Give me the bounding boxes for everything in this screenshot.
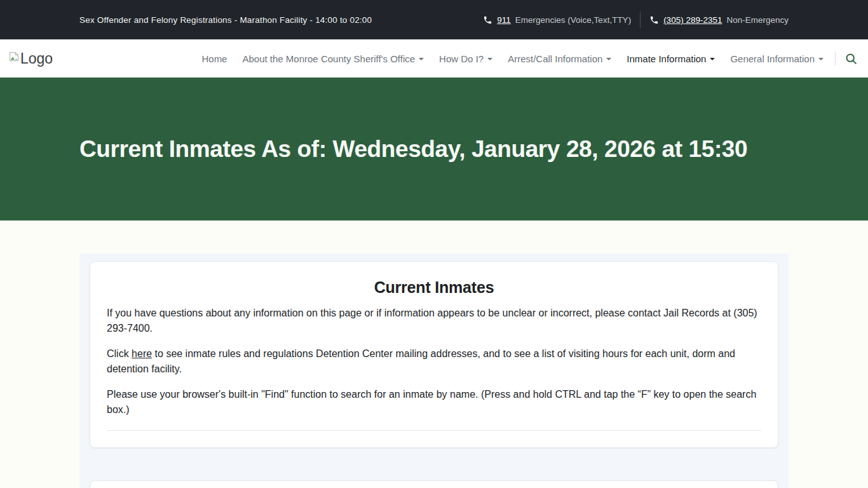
non-emergency-phone-group: (305) 289-2351 Non-Emergency [649,15,789,25]
nav-item-home[interactable]: Home [196,48,233,69]
nav-item-label: Arrest/Call Information [508,53,602,64]
nav-item-how-do-i[interactable]: How Do I? [433,48,498,69]
card-divider [107,430,761,431]
page-title: Current Inmates As of: Wednesday, Januar… [79,136,789,163]
broken-image-icon [8,51,20,63]
nav-item-label: General Information [730,53,815,64]
chevron-down-icon [818,58,824,60]
hero-banner: Current Inmates As of: Wednesday, Januar… [0,78,868,220]
current-inmates-card: Current Inmates If you have questions ab… [90,261,778,448]
rules-text-suffix: to see inmate rules and regulations Dete… [107,348,735,374]
here-link[interactable]: here [132,348,152,359]
site-logo[interactable]: Logo [8,50,53,67]
phone-icon [483,15,492,25]
announcement-bar: Sex Offender and Felony Registrations - … [0,0,868,39]
nav-item-label: Inmate Information [627,53,706,64]
nav-item-label: Home [201,53,227,64]
nav-item-arrest-call-information[interactable]: Arrest/Call Information [502,48,617,69]
main-navbar: Logo Home About the Monroe County Sherif… [0,39,868,78]
emergency-label: Emergencies (Voice,Text,TTY) [515,15,631,25]
phone-icon [649,15,659,25]
jail-records-text: If you have questions about any informat… [107,308,757,334]
find-function-text: Please use your browser's built-in "Find… [107,389,756,415]
non-emergency-number-link[interactable]: (305) 289-2351 [663,15,722,25]
content-section: Current Inmates If you have questions ab… [79,254,789,488]
chevron-down-icon [606,58,611,60]
search-button[interactable] [842,50,860,67]
nav-item-inmate-information[interactable]: Inmate Information [621,48,721,69]
logo-alt-text: Logo [20,50,53,67]
nav-menu: Home About the Monroe County Sheriff's O… [194,48,860,69]
nav-divider [835,51,836,65]
topbar-divider [640,11,641,28]
nav-item-label: About the Monroe County Sheriff's Office [242,53,415,64]
search-icon [844,52,858,65]
chevron-down-icon [419,58,424,60]
non-emergency-label: Non-Emergency [726,15,789,25]
announcement-text: Sex Offender and Felony Registrations - … [79,15,372,25]
jail-records-paragraph: If you have questions about any informat… [107,306,761,336]
chevron-down-icon [487,58,492,60]
find-function-paragraph: Please use your browser's built-in "Find… [107,387,761,417]
card-heading: Current Inmates [107,278,761,297]
emergency-phone-group: 911 Emergencies (Voice,Text,TTY) [483,15,631,25]
emergency-number-link[interactable]: 911 [497,15,511,25]
rules-paragraph: Click here to see inmate rules and regul… [107,346,761,377]
nav-item-general-information[interactable]: General Information [724,48,829,69]
next-card-partial [90,480,778,488]
nav-item-about[interactable]: About the Monroe County Sheriff's Office [236,48,430,69]
nav-item-label: How Do I? [439,53,484,64]
chevron-down-icon [710,58,715,60]
rules-text-prefix: Click [107,348,132,359]
